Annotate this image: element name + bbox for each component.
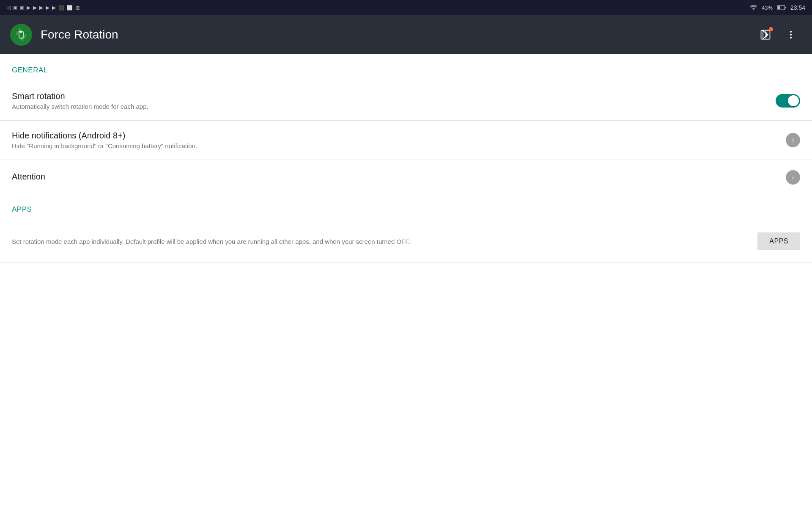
msg-icon-2: ▣	[20, 5, 24, 11]
msg-icon-1: ▣	[13, 5, 17, 11]
general-section-header: GENERAL	[0, 54, 812, 81]
smart-rotation-title: Smart rotation	[12, 91, 767, 101]
hide-notifications-title: Hide notifications (Android 8+)	[12, 131, 777, 141]
svg-rect-2	[777, 6, 780, 9]
svg-point-7	[790, 31, 792, 33]
smart-rotation-subtitle: Automatically switch rotation mode for e…	[12, 103, 767, 110]
nav-arrow-icon: ◁	[7, 5, 11, 11]
smart-rotation-action[interactable]	[776, 94, 800, 108]
svg-point-8	[790, 34, 792, 36]
status-bar-left: ◁ ▣ ▣ ▶ ▶ ▶ ▶ ▶ ⬛ ⬜ ▨	[7, 5, 80, 11]
more-options-button[interactable]	[780, 24, 802, 46]
attention-action[interactable]: i	[786, 170, 800, 185]
hide-notifications-action[interactable]: i	[786, 133, 800, 147]
smart-rotation-item[interactable]: Smart rotation Automatically switch rota…	[0, 81, 812, 121]
attention-title: Attention	[12, 172, 777, 182]
app-title: Force Rotation	[41, 28, 746, 41]
smart-rotation-text: Smart rotation Automatically switch rota…	[12, 91, 767, 110]
youtube-icon-5: ▶	[52, 5, 56, 11]
svg-point-9	[790, 37, 792, 39]
info-symbol: i	[789, 136, 797, 144]
media-icon: ⬛	[58, 5, 64, 11]
attention-info-symbol: i	[789, 173, 797, 182]
svg-rect-1	[785, 7, 786, 8]
svg-text:i: i	[792, 137, 793, 143]
hide-notifications-item[interactable]: Hide notifications (Android 8+) Hide "Ru…	[0, 121, 812, 160]
status-bar: ◁ ▣ ▣ ▶ ▶ ▶ ▶ ▶ ⬛ ⬜ ▨ 43% 23:54	[0, 0, 812, 15]
youtube-icon-4: ▶	[46, 5, 49, 11]
wifi-icon	[750, 5, 757, 11]
rotation-icon	[14, 28, 28, 41]
app-bar: Force Rotation	[0, 15, 812, 54]
screenshot-icon: ⬜	[67, 5, 73, 11]
battery-icon	[777, 5, 786, 10]
svg-point-5	[21, 37, 22, 38]
general-section-title: GENERAL	[12, 66, 48, 74]
attention-info-icon[interactable]: i	[786, 170, 800, 185]
apps-section-title: APPS	[12, 205, 32, 213]
attention-text: Attention	[12, 172, 777, 183]
app-icon	[10, 24, 32, 46]
apps-button[interactable]: APPS	[757, 232, 800, 250]
youtube-icon-3: ▶	[39, 5, 43, 11]
toggle-knob	[788, 95, 799, 106]
gallery-icon: ▨	[75, 5, 80, 11]
apps-section-item: Set rotation mode each app individually.…	[0, 221, 812, 262]
hide-notifications-subtitle: Hide "Running in background" or "Consumi…	[12, 142, 777, 149]
app-bar-actions	[754, 24, 802, 46]
more-vert-icon	[786, 30, 796, 40]
notification-dot	[769, 27, 773, 31]
apps-description: Set rotation mode each app individually.…	[12, 238, 757, 245]
attention-item[interactable]: Attention i	[0, 160, 812, 195]
smart-rotation-toggle[interactable]	[776, 94, 800, 108]
content: GENERAL Smart rotation Automatically swi…	[0, 54, 812, 262]
hide-notifications-info-icon[interactable]: i	[786, 133, 800, 147]
svg-text:i: i	[792, 174, 793, 180]
apps-section-header: APPS	[0, 195, 812, 221]
status-bar-right: 43% 23:54	[750, 4, 805, 11]
play-store-button[interactable]	[754, 24, 776, 46]
battery-percentage: 43%	[762, 5, 773, 11]
status-time: 23:54	[790, 4, 805, 11]
youtube-icon-2: ▶	[33, 5, 37, 11]
youtube-icon-1: ▶	[27, 5, 30, 11]
hide-notifications-text: Hide notifications (Android 8+) Hide "Ru…	[12, 131, 777, 149]
